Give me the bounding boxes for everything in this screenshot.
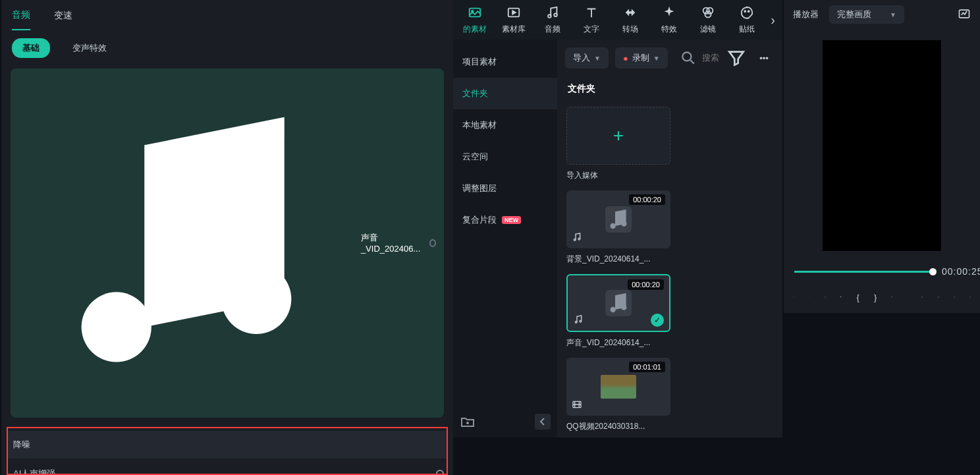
svg-point-15 [611,307,616,312]
sidebar: 项目素材 文件夹 本地素材 云空间 调整图层 复合片段 NEW [453,40,557,437]
music-icon [18,75,354,411]
music-type-icon [572,232,582,244]
sidebar-cloud-space[interactable]: 云空间 [453,141,557,173]
current-time: 00:00:25:06 [942,266,980,277]
music-icon [545,5,560,20]
tab-label: 贴纸 [739,24,755,35]
sidebar-folder[interactable]: 文件夹 [453,78,557,109]
fullscreen-button[interactable] [969,289,971,305]
row-ai-voice[interactable]: AI人声增强 [8,459,447,475]
preview-viewport[interactable] [784,29,980,262]
sidebar-adjust-layer[interactable]: 调整图层 [453,173,557,204]
media-label: 背景_VID_20240614_... [566,254,670,265]
volume-button[interactable] [954,289,955,305]
svg-point-4 [554,13,557,16]
svg-point-9 [748,11,749,12]
next-frame-button[interactable] [809,289,810,305]
check-icon: ✓ [651,314,664,327]
tab-material-lib[interactable]: 素材库 [495,0,533,40]
collapse-sidebar-icon[interactable] [535,414,551,430]
selected-clip-pill[interactable]: 声音_VID_202406... [11,69,444,418]
record-dot-icon: ● [623,53,628,63]
svg-point-8 [744,11,746,12]
svg-point-3 [548,14,551,18]
svg-point-26 [221,264,291,334]
play-button[interactable] [825,289,826,305]
tab-filter[interactable]: 滤镜 [688,0,727,40]
chevron-down-icon: ▼ [594,55,601,62]
svg-point-25 [82,292,151,362]
svg-point-16 [621,305,626,310]
svg-point-17 [575,321,577,323]
media-card-audio-bg[interactable]: 00:00:20 背景_VID_20240614_... [566,190,670,265]
chevron-down-icon: ▼ [653,55,660,62]
marker-button[interactable] [891,289,892,305]
sparkle-icon [662,5,676,20]
mark-out-button[interactable]: } [874,289,877,305]
sidebar-compound-clip[interactable]: 复合片段 NEW [453,204,557,236]
duration-badge: 00:00:20 [629,194,665,205]
svg-rect-21 [841,296,842,297]
music-type-icon [573,314,584,327]
svg-rect-22 [922,296,923,297]
sidebar-project-material[interactable]: 项目素材 [453,46,557,78]
import-media-card[interactable]: + 导入媒体 [566,107,670,181]
display-button[interactable] [921,289,923,305]
tab-audio-props[interactable]: 音频 [12,1,30,30]
tab-text[interactable]: 文字 [572,0,611,40]
snapshot-button[interactable] [938,289,939,305]
svg-point-12 [621,221,626,227]
record-button[interactable]: ● 录制 ▼ [615,47,668,69]
svg-point-24 [938,297,939,298]
tab-effect[interactable]: 特效 [649,0,688,40]
video-icon [506,5,521,20]
media-card-video[interactable]: 00:01:01 QQ视频2024030318... [566,358,670,432]
tab-my-material[interactable]: 的素材 [456,0,495,40]
sidebar-local-material[interactable]: 本地素材 [453,109,557,141]
player-label: 播放器 [793,9,819,20]
stop-button[interactable] [840,289,842,305]
tab-audio[interactable]: 音频 [533,0,572,40]
svg-point-13 [574,239,576,241]
landscape-icon [468,5,482,20]
svg-point-11 [611,223,616,229]
media-card-audio-voice[interactable]: 00:00:20 ✓ 声音_VID_20240614_... [566,274,670,349]
search-field[interactable] [674,49,719,67]
search-input[interactable] [702,53,719,63]
subtab-voicefx[interactable]: 变声特效 [62,38,117,58]
clip-name: 声音_VID_202406... [361,232,423,254]
preview-scrubber[interactable] [794,271,933,273]
duration-badge: 00:00:20 [628,279,664,290]
tabs-more[interactable]: › [766,13,780,28]
new-folder-icon[interactable] [460,414,476,430]
tab-label: 素材库 [502,24,526,35]
noise-header: 降噪 [7,431,448,459]
video-type-icon [572,399,582,412]
quality-select[interactable]: 完整画质 ▼ [829,5,904,24]
import-label: 导入 [573,52,590,64]
audio-file-icon [605,290,632,316]
filter-icon [701,5,715,20]
filter-icon[interactable] [726,47,747,69]
tab-label: 滤镜 [700,24,716,35]
transition-icon [623,5,638,20]
search-icon [680,49,697,67]
tab-label: 文字 [584,24,599,35]
mark-in-button[interactable]: { [857,289,859,305]
prev-frame-button[interactable] [793,289,794,305]
tab-transition[interactable]: 转场 [611,0,650,40]
record-label: 录制 [632,52,649,64]
tab-speed-props[interactable]: 变速 [54,2,72,30]
chevron-down-icon: ▼ [890,11,896,18]
stats-icon[interactable] [958,7,971,22]
media-label: 声音_VID_20240614_... [566,337,670,349]
tab-label: 音频 [545,24,560,35]
more-icon[interactable]: ••• [753,47,775,69]
tab-label: 特效 [661,24,677,35]
tab-sticker[interactable]: 贴纸 [727,0,766,40]
subtab-basic[interactable]: 基础 [12,38,50,58]
svg-rect-23 [938,297,939,298]
text-icon [584,5,599,20]
import-button[interactable]: 导入 ▼ [565,47,609,69]
toggle-icon[interactable] [436,470,444,475]
